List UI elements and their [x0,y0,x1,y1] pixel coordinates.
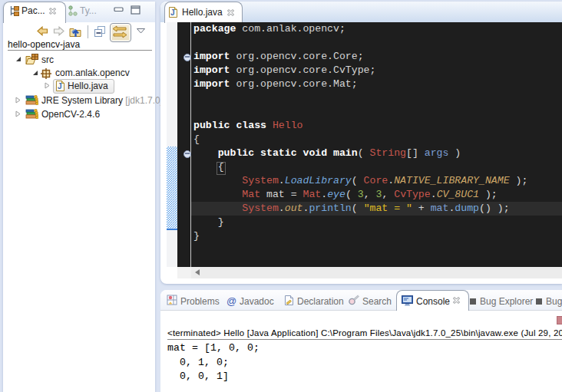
svg-text:J: J [58,82,62,91]
svg-text:J: J [170,8,175,17]
